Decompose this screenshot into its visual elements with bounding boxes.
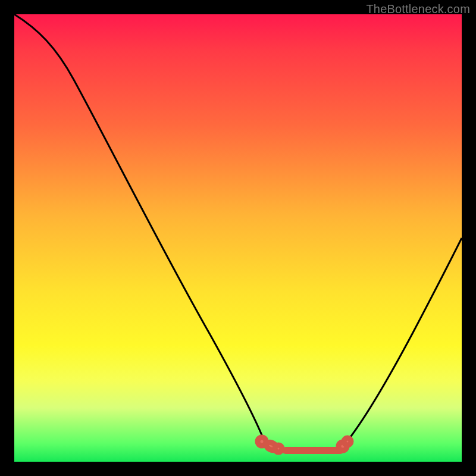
plot-area — [14, 14, 462, 462]
valley-floor-markers — [258, 437, 351, 452]
curve-left-branch — [14, 14, 265, 444]
curve-right-branch — [345, 238, 462, 444]
svg-point-5 — [344, 438, 351, 445]
chart-frame: TheBottleneck.com — [0, 0, 476, 476]
svg-point-2 — [275, 445, 282, 452]
curve-layer — [14, 14, 462, 462]
